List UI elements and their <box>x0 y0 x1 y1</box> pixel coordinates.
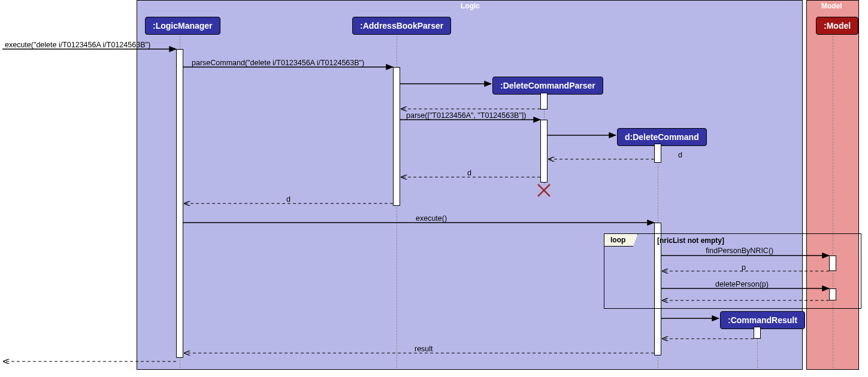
participant-delete-command: d:DeleteCommand <box>617 128 707 146</box>
msg-execute2: execute() <box>416 214 447 223</box>
model-container-label: Model <box>821 2 842 10</box>
participant-logic-manager: :LogicManager <box>145 17 220 35</box>
participant-address-book-parser: :AddressBookParser <box>352 17 451 35</box>
activation-cr <box>754 327 761 339</box>
activation-dcp-2 <box>540 120 548 183</box>
loop-frame: loop [nricList not empty] <box>604 233 861 309</box>
msg-find-person: findPersonByNRIC() <box>706 247 773 255</box>
msg-return-d3: d <box>286 195 291 203</box>
lifeline-model <box>833 33 833 368</box>
msg-return-d2: d <box>467 169 471 177</box>
logic-container-label: Logic <box>461 2 480 10</box>
logic-container: Logic <box>137 0 803 370</box>
loop-label: loop <box>604 233 638 247</box>
msg-execute: execute("delete i/T0123456A i/T0124563B"… <box>5 41 150 49</box>
activation-dcp-1 <box>540 93 548 110</box>
activation-logic-manager <box>176 49 183 358</box>
msg-parse-command: parseCommand("delete i/T0123456A i/T0124… <box>192 59 364 67</box>
activation-dc-1 <box>654 144 661 163</box>
loop-condition: [nricList not empty] <box>657 236 724 245</box>
msg-return-d1: d <box>678 151 682 159</box>
participant-delete-command-parser: :DeleteCommandParser <box>492 77 603 95</box>
msg-result: result <box>415 345 433 353</box>
msg-delete-person: deletePerson(p) <box>715 280 769 288</box>
msg-parse: parse(["T0123456A", "T0124563B"]) <box>406 111 527 120</box>
participant-command-result: :CommandResult <box>720 311 805 329</box>
participant-model: :Model <box>816 17 858 35</box>
activation-address-book-parser <box>393 67 400 206</box>
msg-return-p: p <box>742 263 746 272</box>
